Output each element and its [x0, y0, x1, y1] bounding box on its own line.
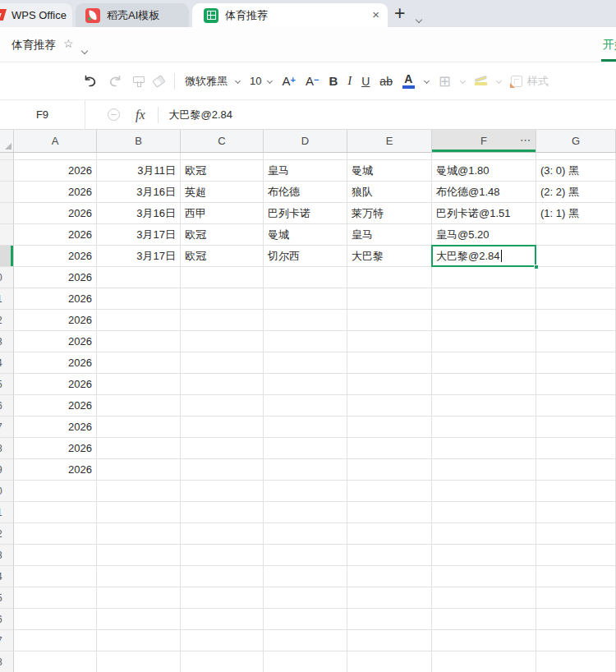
- cell-G6[interactable]: (2: 2) 黑: [536, 182, 616, 203]
- cell-F10[interactable]: [432, 267, 536, 288]
- row-header-24[interactable]: 4: [0, 566, 14, 587]
- row-header-15[interactable]: 5: [0, 374, 14, 395]
- cell-F25[interactable]: [432, 587, 536, 609]
- column-header-A[interactable]: A: [14, 130, 97, 153]
- cell-B11[interactable]: [97, 288, 181, 310]
- column-header-B[interactable]: B: [97, 130, 181, 153]
- cell-C27[interactable]: [181, 630, 264, 651]
- cell-E27[interactable]: [347, 630, 432, 651]
- cell-C6[interactable]: 英超: [181, 182, 264, 203]
- cell-B20[interactable]: [97, 481, 181, 502]
- row-header-12[interactable]: 2: [0, 310, 14, 331]
- cell-C12[interactable]: [181, 310, 264, 331]
- cell-D8[interactable]: 曼城: [264, 224, 347, 246]
- active-cell-F9[interactable]: 大巴黎@2.84: [432, 246, 536, 267]
- select-all-corner[interactable]: [0, 130, 14, 153]
- cell-F26[interactable]: [432, 609, 536, 630]
- cell-F5[interactable]: 曼城@1.80: [432, 160, 536, 182]
- cell-A24[interactable]: [14, 566, 97, 587]
- cell-D26[interactable]: [264, 609, 347, 630]
- cell-F24[interactable]: [432, 566, 536, 587]
- cell-F23[interactable]: [432, 545, 536, 566]
- cell-B10[interactable]: [97, 267, 181, 288]
- cell-D19[interactable]: [264, 459, 347, 481]
- cell-B7[interactable]: 3月16日: [97, 203, 181, 224]
- underline-button[interactable]: U: [361, 75, 370, 88]
- cell-A17[interactable]: 2026: [14, 417, 97, 438]
- cell-D10[interactable]: [264, 267, 347, 288]
- cell-E21[interactable]: [347, 502, 432, 523]
- cell-D22[interactable]: [264, 523, 347, 545]
- cell-C7[interactable]: 西甲: [181, 203, 264, 224]
- cell-D21[interactable]: [264, 502, 347, 523]
- row-header-8[interactable]: [0, 224, 14, 246]
- cell-A23[interactable]: [14, 545, 97, 566]
- cell-C11[interactable]: [181, 288, 264, 310]
- cell-B23[interactable]: [97, 545, 181, 566]
- cell-G25[interactable]: [536, 587, 616, 609]
- cell-partial[interactable]: [347, 153, 432, 160]
- cell-partial[interactable]: [181, 153, 264, 160]
- cell-A8[interactable]: 2026: [14, 224, 97, 246]
- cell-E22[interactable]: [347, 523, 432, 545]
- cell-E16[interactable]: [347, 395, 432, 417]
- formula-input[interactable]: 大巴黎@2.84: [169, 108, 233, 122]
- cell-B12[interactable]: [97, 310, 181, 331]
- cell-B19[interactable]: [97, 459, 181, 481]
- cell-E15[interactable]: [347, 374, 432, 395]
- row-header-23[interactable]: 3: [0, 545, 14, 566]
- italic-button[interactable]: I: [347, 74, 352, 88]
- cell-A5[interactable]: 2026: [14, 160, 97, 182]
- cell-G7[interactable]: (1: 1) 黑: [536, 203, 616, 224]
- cell-B21[interactable]: [97, 502, 181, 523]
- cell-G5[interactable]: (3: 0) 黑: [536, 160, 616, 182]
- cell-E7[interactable]: 莱万特: [347, 203, 432, 224]
- cell-D14[interactable]: [264, 352, 347, 374]
- cell-G27[interactable]: [536, 630, 616, 651]
- cell-E12[interactable]: [347, 310, 432, 331]
- cell-A7[interactable]: 2026: [14, 203, 97, 224]
- cell-B25[interactable]: [97, 587, 181, 609]
- cell-D12[interactable]: [264, 310, 347, 331]
- cell-G23[interactable]: [536, 545, 616, 566]
- cell-C8[interactable]: 欧冠: [181, 224, 264, 246]
- row-header-7[interactable]: [0, 203, 14, 224]
- font-name-select[interactable]: 微软雅黑: [185, 74, 240, 89]
- cell-E18[interactable]: [347, 438, 432, 459]
- cell-A9[interactable]: 2026: [14, 246, 97, 267]
- cell-E5[interactable]: 曼城: [347, 160, 432, 182]
- new-tab-button[interactable]: +: [394, 2, 405, 25]
- cell-B15[interactable]: [97, 374, 181, 395]
- row-header-20[interactable]: 0: [0, 481, 14, 502]
- cell-B16[interactable]: [97, 395, 181, 417]
- fill-color-button[interactable]: [475, 76, 487, 85]
- row-header-6[interactable]: [0, 182, 14, 203]
- font-color-button[interactable]: A: [402, 73, 415, 89]
- tab-sports-recommend-active[interactable]: 体育推荐 ×: [192, 3, 388, 27]
- cell-G14[interactable]: [536, 352, 616, 374]
- insert-function-icon[interactable]: fx: [136, 108, 145, 122]
- cell-E19[interactable]: [347, 459, 432, 481]
- cell-D24[interactable]: [264, 566, 347, 587]
- cell-A27[interactable]: [14, 630, 97, 651]
- cell-F14[interactable]: [432, 352, 536, 374]
- cell-B26[interactable]: [97, 609, 181, 630]
- close-tab-icon[interactable]: ×: [372, 7, 379, 21]
- cell-C9[interactable]: 欧冠: [181, 246, 264, 267]
- cell-C26[interactable]: [181, 609, 264, 630]
- cell-G20[interactable]: [536, 481, 616, 502]
- cell-D11[interactable]: [264, 288, 347, 310]
- tab-wps-office[interactable]: WPS Office: [0, 3, 72, 27]
- cell-D23[interactable]: [264, 545, 347, 566]
- cell-E10[interactable]: [347, 267, 432, 288]
- cell-G19[interactable]: [536, 459, 616, 481]
- cell-D6[interactable]: 布伦德: [264, 182, 347, 203]
- cell-B5[interactable]: 3月11日: [97, 160, 181, 182]
- cell-D18[interactable]: [264, 438, 347, 459]
- decrease-font-button[interactable]: A−: [306, 74, 319, 88]
- row-header-17[interactable]: 7: [0, 417, 14, 438]
- cell-F18[interactable]: [432, 438, 536, 459]
- row-header-22[interactable]: 2: [0, 523, 14, 545]
- cell-F11[interactable]: [432, 288, 536, 310]
- font-size-select[interactable]: 10: [250, 75, 272, 87]
